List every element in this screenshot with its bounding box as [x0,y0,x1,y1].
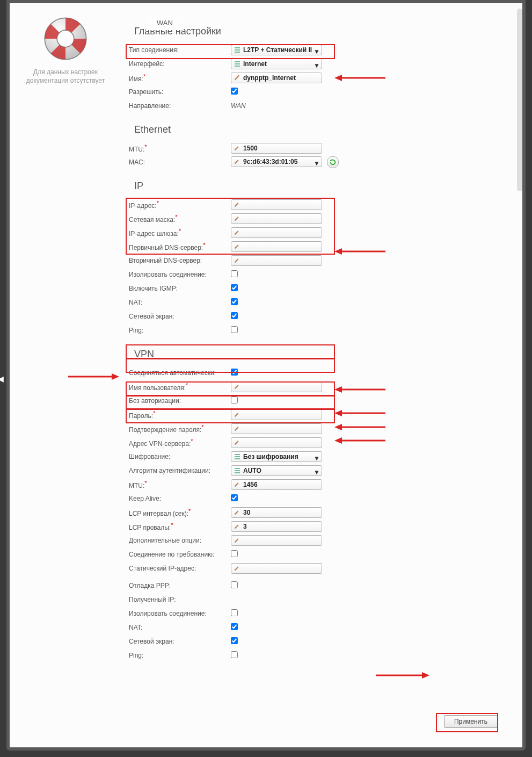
svg-marker-23 [334,410,342,416]
arrow-icon [334,423,385,427]
lcpint-input[interactable] [231,507,322,518]
label-dns1: Первичный DNS-сервер: [129,244,203,251]
svg-point-1 [57,30,74,47]
keepalive-checkbox[interactable] [231,494,238,501]
label-conn-type: Тип соединения: [129,46,179,54]
section-vpn-heading: VPN [134,349,501,360]
encrypt-select[interactable]: Без шифрования [231,451,322,462]
label-name: Имя: [129,75,143,83]
pppdbg-checkbox[interactable] [231,581,238,588]
noauth-checkbox[interactable] [231,396,238,403]
label-isolate2: Изолировать соединение: [129,610,207,617]
label-netmask: Сетевая маска: [129,216,175,224]
gateway-input[interactable] [231,227,322,238]
arrow-icon [334,409,385,413]
label-mtu: MTU: [129,146,144,153]
label-keepalive: Keep Alive: [129,495,161,502]
nat-checkbox[interactable] [231,298,238,305]
svg-marker-27 [334,437,342,444]
isolate-checkbox[interactable] [231,270,238,277]
label-extraopts: Дополнительные опции: [129,537,201,544]
label-rxip: Полученный IP: [129,596,176,603]
arrow-icon [334,437,385,440]
label-encrypt: Шифрование: [129,453,170,460]
label-nat2: NAT: [129,624,142,631]
dns1-input[interactable] [231,241,322,252]
isolate2-checkbox[interactable] [231,609,238,616]
label-username: Имя пользователя: [129,384,186,392]
label-igmp: Включить IGMP: [129,285,178,292]
label-direction: Направление: [129,102,171,110]
arrow-icon [334,248,385,251]
ipaddr-input[interactable] [231,199,322,210]
collapse-handle-icon[interactable]: ◀ [0,374,4,383]
extraopts-input[interactable] [231,535,322,546]
label-password: Пароль: [129,412,153,420]
label-nat: NAT: [129,299,142,306]
svg-marker-15 [334,75,342,81]
label-allow: Разрешить: [129,88,163,96]
name-input[interactable] [231,73,322,83]
svg-marker-19 [112,373,119,380]
allow-checkbox[interactable] [231,88,238,95]
ping-checkbox[interactable] [231,326,238,333]
refresh-button[interactable] [327,156,339,168]
vpnmtu-input[interactable] [231,479,322,490]
label-ipaddr: IP-адрес: [129,202,157,210]
vpnaddr-input[interactable] [231,437,322,448]
mtu-input[interactable] [231,143,322,154]
arrow-icon [68,373,119,376]
label-gateway: IP-адрес шлюза: [129,230,179,237]
svg-marker-25 [334,424,342,430]
svg-marker-17 [334,248,342,255]
label-staticip: Статический IP-адрес: [129,565,196,572]
passconf-input[interactable] [231,423,322,434]
help-icon [42,15,89,62]
section-main-heading: Главные настройки [134,26,501,37]
authalg-select[interactable]: AUTO [231,465,322,476]
label-ondemand: Соединение по требованию: [129,551,214,558]
netmask-input[interactable] [231,213,322,224]
label-authalg: Алгоритм аутентификации: [129,467,210,474]
arrow-icon [334,386,385,389]
mac-input[interactable] [231,156,322,167]
label-ping: Ping: [129,327,143,334]
conn-type-select[interactable]: L2TP + Статический II [231,45,322,55]
autoconn-checkbox[interactable] [231,369,238,376]
label-autoconn: Соединяться автоматически: [129,369,216,377]
scrollbar[interactable] [517,9,522,191]
help-text-line2: документация отсутствует [17,76,114,85]
nat2-checkbox[interactable] [231,623,238,630]
label-dns2: Вторичный DNS-сервер: [129,257,202,264]
label-pppdbg: Отладка PPP: [129,582,171,589]
label-firewall2: Сетевой экран: [129,638,174,645]
igmp-checkbox[interactable] [231,284,238,291]
ping2-checkbox[interactable] [231,651,238,658]
arrow-icon [334,74,385,77]
label-lcpint: LCP интервал (сек): [129,510,188,517]
dns2-input[interactable] [231,255,322,266]
section-ethernet-heading: Ethernet [134,124,501,135]
staticip-input[interactable] [231,563,322,574]
section-ip-heading: IP [134,181,501,192]
svg-marker-29 [422,672,429,679]
arrow-icon [376,672,429,675]
help-text-line1: Для данных настроек [17,68,114,76]
interface-select[interactable]: Internet [231,59,322,69]
apply-button[interactable]: Применить [444,715,498,728]
username-input[interactable] [231,381,322,392]
ondemand-checkbox[interactable] [231,550,238,557]
label-vpnaddr: Адрес VPN-сервера: [129,440,191,448]
lcpfail-input[interactable] [231,521,322,532]
label-interface: Интерфейс: [129,60,165,68]
firewall2-checkbox[interactable] [231,637,238,644]
svg-marker-21 [334,386,342,393]
direction-value: WAN [231,102,246,110]
label-noauth: Без авторизации: [129,397,181,405]
password-input[interactable] [231,409,322,420]
firewall-checkbox[interactable] [231,312,238,319]
tab-wan[interactable]: WAN [146,16,184,30]
label-mac: MAC: [129,158,145,166]
label-firewall: Сетевой экран: [129,313,174,320]
label-lcpfail: LCP провалы: [129,524,171,531]
